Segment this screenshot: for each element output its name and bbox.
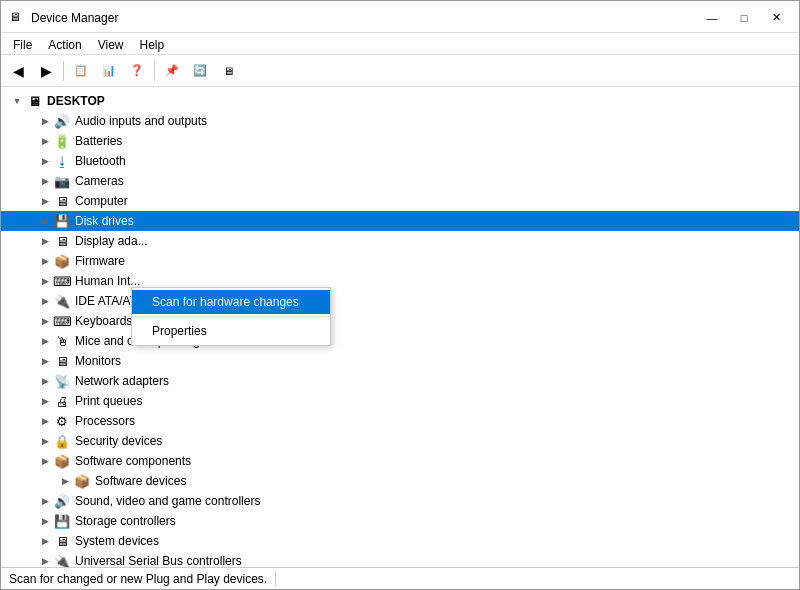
item-label: Network adapters <box>75 374 169 388</box>
item-label: Storage controllers <box>75 514 176 528</box>
list-item[interactable]: ▶ 🖥 Monitors <box>1 351 799 371</box>
properties-button[interactable]: 📋 <box>68 59 94 83</box>
list-item[interactable]: ▶ ⌨ Human Int... <box>1 271 799 291</box>
item-icon: 🔒 <box>53 433 71 449</box>
maximize-button[interactable]: □ <box>729 7 759 29</box>
list-item[interactable]: ▶ 🔌 IDE ATA/ATAPI controllers <box>1 291 799 311</box>
item-label: Software components <box>75 454 191 468</box>
menu-help[interactable]: Help <box>132 35 173 52</box>
expand-icon[interactable]: ▶ <box>37 233 53 249</box>
list-item[interactable]: ▶ 🔊 Sound, video and game controllers <box>1 491 799 511</box>
item-icon: 🖥 <box>53 233 71 249</box>
item-icon: 📦 <box>53 453 71 469</box>
list-item[interactable]: ▶ 🖥 Computer <box>1 191 799 211</box>
disk-icon: 💾 <box>53 213 71 229</box>
title-bar: 🖥 Device Manager — □ ✕ <box>1 1 799 33</box>
list-item[interactable]: ▶ 📦 Software devices <box>1 471 799 491</box>
list-item[interactable]: ▶ 🖱 Mice and other pointing devices <box>1 331 799 351</box>
display-button[interactable]: 🖥 <box>215 59 241 83</box>
list-item[interactable]: ▶ 🖥 System devices <box>1 531 799 551</box>
context-properties[interactable]: Properties <box>132 319 330 343</box>
expand-icon[interactable]: ▶ <box>37 153 53 169</box>
expand-icon[interactable]: ▶ <box>37 493 53 509</box>
tree-root[interactable]: ▼ 🖥 DESKTOP <box>1 91 799 111</box>
status-divider <box>275 572 276 586</box>
context-scan-hardware[interactable]: Scan for hardware changes <box>132 290 330 314</box>
expand-icon[interactable]: ▶ <box>37 353 53 369</box>
devices-button[interactable]: 📌 <box>159 59 185 83</box>
expand-icon[interactable]: ▶ <box>37 293 53 309</box>
expand-icon[interactable]: ▶ <box>37 313 53 329</box>
minimize-button[interactable]: — <box>697 7 727 29</box>
expand-icon[interactable]: ▶ <box>37 333 53 349</box>
item-icon: 📡 <box>53 373 71 389</box>
back-button[interactable]: ◀ <box>5 59 31 83</box>
item-icon: ⌨ <box>53 273 71 289</box>
expand-icon[interactable]: ▶ <box>37 373 53 389</box>
list-item[interactable]: ▶ 🖨 Print queues <box>1 391 799 411</box>
expand-icon[interactable]: ▶ <box>37 273 53 289</box>
list-item[interactable]: ▶ 🖥 Display ada... <box>1 231 799 251</box>
item-label: Display ada... <box>75 234 148 248</box>
item-label: Human Int... <box>75 274 140 288</box>
item-label: Monitors <box>75 354 121 368</box>
list-item[interactable]: ▶ 🔋 Batteries <box>1 131 799 151</box>
context-menu: Scan for hardware changes Properties <box>131 287 331 346</box>
item-icon: 🖥 <box>53 353 71 369</box>
item-label: Batteries <box>75 134 122 148</box>
expand-icon[interactable]: ▶ <box>37 413 53 429</box>
item-label: Sound, video and game controllers <box>75 494 260 508</box>
item-label: Computer <box>75 194 128 208</box>
expand-icon[interactable]: ▶ <box>37 133 53 149</box>
item-icon: 🔌 <box>53 293 71 309</box>
forward-button[interactable]: ▶ <box>33 59 59 83</box>
expand-icon[interactable]: ▶ <box>37 213 53 229</box>
menu-action[interactable]: Action <box>40 35 89 52</box>
status-text: Scan for changed or new Plug and Play de… <box>9 572 267 586</box>
help-button[interactable]: ❓ <box>124 59 150 83</box>
update-driver-button[interactable]: 📊 <box>96 59 122 83</box>
expand-icon[interactable]: ▶ <box>37 113 53 129</box>
close-button[interactable]: ✕ <box>761 7 791 29</box>
item-icon: 🔌 <box>53 553 71 567</box>
item-label: Universal Serial Bus controllers <box>75 554 242 567</box>
list-item[interactable]: ▶ 🔒 Security devices <box>1 431 799 451</box>
list-item[interactable]: ▶ ⌨ Keyboards <box>1 311 799 331</box>
list-item[interactable]: ▶ 🔌 Universal Serial Bus controllers <box>1 551 799 567</box>
scan-button[interactable]: 🔄 <box>187 59 213 83</box>
device-tree[interactable]: ▼ 🖥 DESKTOP ▶ 🔊 Audio inputs and outputs… <box>1 87 799 567</box>
expand-icon[interactable]: ▶ <box>37 513 53 529</box>
device-manager-window: 🖥 Device Manager — □ ✕ File Action View … <box>0 0 800 590</box>
app-icon: 🖥 <box>9 10 25 26</box>
item-icon: 🖨 <box>53 393 71 409</box>
expand-icon[interactable]: ▶ <box>37 533 53 549</box>
list-item[interactable]: ▶ 🔊 Audio inputs and outputs <box>1 111 799 131</box>
expand-icon[interactable]: ▶ <box>37 553 53 567</box>
list-item[interactable]: ▶ 📦 Firmware <box>1 251 799 271</box>
expand-icon[interactable]: ▶ <box>57 473 73 489</box>
disk-drives-item[interactable]: ▶ 💾 Disk drives <box>1 211 799 231</box>
list-item[interactable]: ▶ 💾 Storage controllers <box>1 511 799 531</box>
item-icon: 🖱 <box>53 333 71 349</box>
root-icon: 🖥 <box>25 93 43 109</box>
list-item[interactable]: ▶ 📡 Network adapters <box>1 371 799 391</box>
toolbar-separator-2 <box>154 61 155 81</box>
expand-icon[interactable]: ▶ <box>37 393 53 409</box>
menu-view[interactable]: View <box>90 35 132 52</box>
expand-icon[interactable]: ▶ <box>37 453 53 469</box>
expand-icon[interactable]: ▶ <box>37 173 53 189</box>
expand-root[interactable]: ▼ <box>9 93 25 109</box>
item-label: Print queues <box>75 394 142 408</box>
menu-file[interactable]: File <box>5 35 40 52</box>
list-item[interactable]: ▶ ⭳ Bluetooth <box>1 151 799 171</box>
expand-icon[interactable]: ▶ <box>37 193 53 209</box>
expand-icon[interactable]: ▶ <box>37 433 53 449</box>
expand-icon[interactable]: ▶ <box>37 253 53 269</box>
item-icon: ⚙ <box>53 413 71 429</box>
item-icon: 🔊 <box>53 113 71 129</box>
item-label: Disk drives <box>75 214 134 228</box>
list-item[interactable]: ▶ ⚙ Processors <box>1 411 799 431</box>
status-bar: Scan for changed or new Plug and Play de… <box>1 567 799 589</box>
list-item[interactable]: ▶ 📦 Software components <box>1 451 799 471</box>
list-item[interactable]: ▶ 📷 Cameras <box>1 171 799 191</box>
